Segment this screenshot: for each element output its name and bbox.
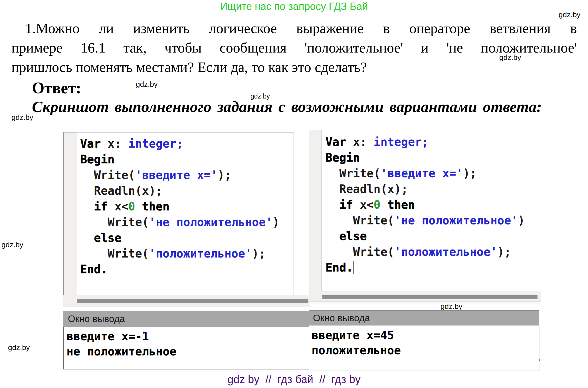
code-line: Write('положительное'); <box>326 244 525 260</box>
code-line: Readln(x); <box>80 183 279 199</box>
hscrollbar-thumb[interactable] <box>77 299 308 303</box>
code-line: Write('введите x='); <box>80 167 279 183</box>
answer-label: Ответ: <box>32 79 81 97</box>
site-search-hint: Ищите нас по запросу ГДЗ Бай <box>0 1 588 13</box>
question-line-2: примере 16.1 так, чтобы сообщения 'полож… <box>11 39 577 56</box>
editor-gutter <box>309 130 322 291</box>
code-line: End. <box>80 262 279 277</box>
code-line: Write('не положительное') <box>326 213 525 228</box>
gdz-watermark: gdz.by <box>499 53 521 62</box>
output-title: Окно вывода <box>313 313 370 323</box>
output-area: введите x=45положительное <box>309 325 539 371</box>
code-line: Var x: integer; <box>326 134 525 150</box>
gdz-watermark: gdz.by <box>1 240 23 249</box>
hscrollbar-track[interactable] <box>309 291 541 301</box>
gdz-watermark: gdz.by <box>8 343 30 352</box>
output-title: Окно вывода <box>68 313 125 324</box>
output-titlebar: Окно вывода <box>309 310 539 325</box>
output-line: положительное <box>312 343 539 358</box>
hscrollbar-track[interactable] <box>63 295 310 307</box>
pascal-editor-right: Var x: integer;Begin Write('введите x=')… <box>309 130 588 301</box>
output-line: введите x=45 <box>312 328 539 343</box>
code-line: Write('не положительное') <box>80 214 279 230</box>
code-lines: Var x: integer;Begin Write('введите x=')… <box>326 134 525 276</box>
code-lines: Var x: integer;Begin Write('введите x=')… <box>80 136 279 277</box>
code-area[interactable]: Var x: integer;Begin Write('введите x=')… <box>309 130 588 291</box>
output-line: не положительное <box>66 344 310 359</box>
code-line: Begin <box>326 150 525 166</box>
code-line: Begin <box>80 152 279 167</box>
code-area[interactable]: Var x: integer;Begin Write('введите x=')… <box>63 132 294 295</box>
output-area: введите x=-1не положительное <box>63 327 311 369</box>
code-line: Write('положительное'); <box>80 246 279 262</box>
output-titlebar: Окно вывода <box>63 311 310 327</box>
pascal-editor-left: Var x: integer;Begin Write('введите x=')… <box>63 132 310 307</box>
gdz-watermark: gdz.by <box>136 80 158 89</box>
gdz-watermark: gdz.by <box>559 10 581 19</box>
hscrollbar-thumb[interactable] <box>322 295 538 299</box>
panel-separator <box>309 301 541 304</box>
question-line-3: пришлось поменять местами? Если да, то к… <box>11 59 367 75</box>
answer-subtitle: Скриншот выполненного задания с возможны… <box>32 98 542 116</box>
output-window-right: Окно вывода введите x=45положительное <box>309 310 539 370</box>
gdz-watermark: gdz.by <box>11 113 33 122</box>
code-line: else <box>326 228 525 244</box>
code-line: if x<0 then <box>326 197 525 213</box>
code-line: else <box>80 230 279 246</box>
question-line-1: 1.Можно ли изменить логическое выражение… <box>25 20 577 37</box>
output-window-left: Окно вывода введите x=-1не положительное <box>63 311 310 368</box>
footer-site-names: gdz by // гдз бай // гдз by <box>0 373 588 386</box>
editor-gutter <box>64 132 77 295</box>
output-line: введите x=-1 <box>66 329 310 344</box>
code-line: Readln(x); <box>326 181 525 197</box>
code-line: End. <box>326 260 525 276</box>
code-line: Write('введите x='); <box>326 166 525 181</box>
code-line: if x<0 then <box>80 199 279 214</box>
gdz-watermark: gdz.by <box>250 93 270 100</box>
code-line: Var x: integer; <box>80 136 279 152</box>
